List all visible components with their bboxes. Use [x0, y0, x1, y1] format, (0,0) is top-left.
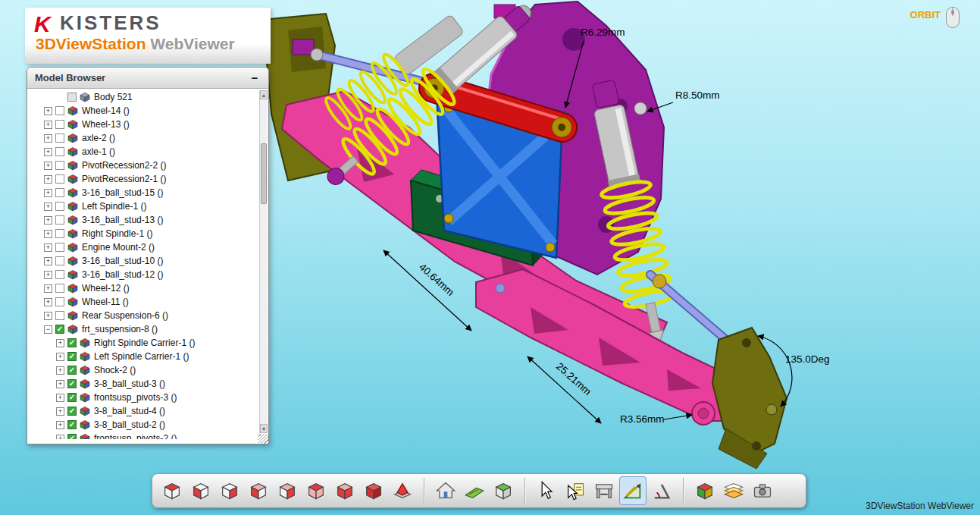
ball-stud-part[interactable] — [634, 102, 647, 115]
expand-node-icon[interactable]: + — [44, 148, 52, 156]
tree-item-label[interactable]: Rear Suspension-6 () — [81, 310, 168, 321]
model-states-button[interactable] — [691, 476, 719, 505]
visibility-checkbox[interactable] — [55, 133, 64, 143]
visibility-checkbox[interactable]: ✓ — [67, 352, 77, 361]
select-annotate-button[interactable] — [562, 476, 589, 505]
visibility-checkbox[interactable] — [55, 147, 64, 156]
expand-node-icon[interactable]: + — [44, 284, 52, 293]
tree-item-label[interactable]: Right Spindle Carrier-1 () — [93, 338, 195, 348]
measurement-label-radius1[interactable]: R6.29mm — [581, 27, 625, 38]
tree-item-label[interactable]: frt_suspension-8 () — [81, 324, 158, 334]
expand-node-icon[interactable]: + — [44, 134, 52, 143]
tree-item-label[interactable]: 3-8_ball_stud-4 () — [93, 406, 165, 416]
tree-item[interactable]: +✓3-8_ball_stud-4 () — [29, 404, 258, 418]
visibility-checkbox[interactable] — [55, 106, 64, 115]
view-solid-button[interactable] — [360, 476, 387, 505]
visibility-checkbox[interactable]: ✓ — [67, 434, 77, 439]
select-button[interactable] — [533, 476, 560, 505]
tree-item[interactable]: +PivotRecession2-2 () — [29, 159, 258, 172]
expand-node-icon[interactable]: + — [56, 407, 64, 416]
visibility-checkbox[interactable]: ✓ — [67, 393, 77, 402]
visibility-checkbox[interactable] — [55, 284, 64, 293]
visibility-checkbox[interactable]: ✓ — [55, 325, 64, 334]
home-view-button[interactable] — [432, 476, 459, 505]
view-left-button[interactable] — [245, 476, 272, 505]
tree-item[interactable]: +3-16_ball_stud-10 () — [29, 254, 258, 268]
collapse-panel-button[interactable]: − — [249, 71, 261, 84]
expand-node-icon[interactable]: + — [44, 162, 52, 170]
measurement-label-distance1[interactable]: 40.64mm — [417, 261, 456, 298]
model-browser-header[interactable]: Model Browser − — [27, 68, 268, 89]
tree-item-label[interactable]: Wheel-12 () — [81, 283, 130, 294]
tree-item[interactable]: +✓Right Spindle Carrier-1 () — [29, 336, 258, 350]
tree-item[interactable]: +3-16_ball_stud-12 () — [29, 268, 258, 281]
tree-item-label[interactable]: Wheel-11 () — [81, 297, 129, 307]
layers-button[interactable] — [720, 476, 747, 505]
steering-knuckle-part[interactable] — [712, 328, 787, 469]
visibility-checkbox[interactable] — [55, 243, 64, 252]
visibility-checkbox[interactable] — [55, 297, 64, 306]
scrollbar-thumb[interactable] — [261, 143, 267, 204]
expand-node-icon[interactable]: + — [44, 312, 52, 320]
visibility-checkbox[interactable] — [55, 202, 64, 211]
tree-item-label[interactable]: Shock-2 () — [93, 365, 136, 375]
tree-item-label[interactable]: Left Spindle Carrier-1 () — [93, 351, 189, 362]
render-mode-button[interactable] — [490, 476, 517, 505]
view-top-button[interactable] — [302, 476, 330, 505]
visibility-checkbox[interactable] — [55, 161, 64, 170]
tree-item-label[interactable]: PivotRecession2-1 () — [81, 174, 166, 184]
visibility-checkbox[interactable]: ✓ — [67, 379, 77, 388]
measurement-label-angle[interactable]: 135.0Deg — [785, 353, 830, 365]
tree-item[interactable]: +Wheel-11 () — [29, 295, 258, 309]
visibility-checkbox[interactable]: ✓ — [67, 420, 77, 429]
wheel-hub-part[interactable] — [692, 402, 715, 425]
expand-node-icon[interactable]: + — [44, 257, 52, 265]
tree-item-label[interactable]: PivotRecession2-2 () — [81, 160, 166, 171]
visibility-checkbox[interactable] — [55, 215, 64, 225]
expand-node-icon[interactable]: + — [44, 216, 52, 225]
tree-item-label[interactable]: 3-16_ball_stud-12 () — [81, 269, 163, 280]
tree-item-label[interactable]: Left Spindle-1 () — [81, 201, 146, 212]
view-isometric-button[interactable] — [158, 476, 186, 505]
view-back-button[interactable] — [216, 476, 243, 505]
tree-item[interactable]: +✓Shock-2 () — [29, 363, 258, 377]
measure-distance-button[interactable] — [590, 476, 618, 505]
expand-node-icon[interactable]: + — [56, 366, 64, 375]
tree-item[interactable]: +Rear Suspension-6 () — [29, 309, 258, 322]
tree-item[interactable]: +axle-2 () — [29, 131, 258, 145]
tree-item[interactable]: +Wheel-13 () — [29, 118, 258, 131]
tree-item[interactable]: +Engine Mount-2 () — [29, 240, 258, 254]
tree-item[interactable]: +Wheel-14 () — [29, 104, 258, 118]
view-section-button[interactable] — [389, 476, 416, 505]
tree-item-label[interactable]: Wheel-14 () — [81, 105, 130, 116]
tree-item-label[interactable]: 3-16_ball_stud-10 () — [81, 256, 163, 266]
tree-item-label[interactable]: 3-16_ball_stud-15 () — [81, 187, 163, 198]
visibility-checkbox[interactable]: ✓ — [67, 407, 77, 416]
tree-item[interactable]: +Wheel-12 () — [29, 281, 258, 295]
expand-node-icon[interactable]: + — [56, 380, 64, 388]
measure-markup-button[interactable] — [619, 476, 647, 505]
tree-item[interactable]: +axle-1 () — [29, 145, 258, 159]
expand-node-icon[interactable]: + — [44, 189, 52, 197]
visibility-checkbox[interactable] — [55, 270, 64, 279]
view-bottom-button[interactable] — [331, 476, 358, 505]
scroll-down-icon[interactable]: ▼ — [260, 424, 268, 433]
tree-item-label[interactable]: Wheel-13 () — [81, 119, 130, 130]
measurement-label-radius3[interactable]: R3.56mm — [620, 413, 665, 425]
visibility-checkbox[interactable]: ✓ — [67, 366, 77, 375]
tree-item[interactable]: +✓Left Spindle Carrier-1 () — [29, 350, 258, 363]
expand-node-icon[interactable]: + — [56, 435, 64, 440]
expand-node-icon[interactable]: + — [56, 394, 64, 402]
tree-item-label[interactable]: Engine Mount-2 () — [81, 242, 155, 253]
expand-node-icon[interactable]: + — [44, 298, 52, 306]
scroll-up-icon[interactable]: ▲ — [260, 90, 268, 99]
expand-node-icon[interactable]: + — [56, 421, 64, 429]
screenshot-button[interactable] — [749, 476, 776, 505]
tree-item-label[interactable]: frontsusp_pivots-3 () — [93, 392, 177, 403]
expand-node-icon[interactable]: + — [44, 271, 52, 279]
expand-node-icon[interactable]: + — [44, 243, 52, 252]
expand-node-icon[interactable]: + — [44, 230, 52, 238]
tree-item[interactable]: +Left Spindle-1 () — [29, 199, 258, 213]
visibility-checkbox[interactable] — [55, 229, 64, 238]
tree-item-label[interactable]: 3-8_ball_stud-2 () — [93, 419, 165, 430]
